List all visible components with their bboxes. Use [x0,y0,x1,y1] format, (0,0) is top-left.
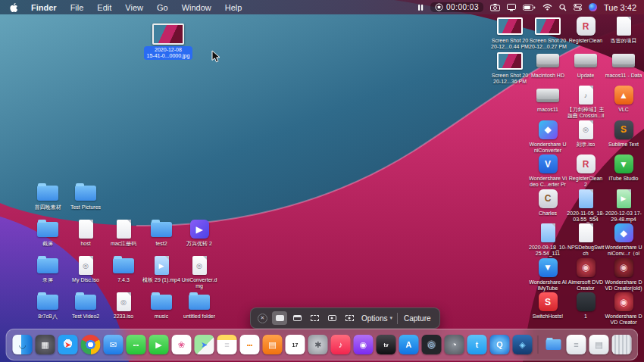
dock-app-twitter[interactable]: t [467,335,487,354]
close-toolbar-button[interactable]: ✕ [258,314,267,323]
desktop-item-wondershare-dvd-creator-old[interactable]: ◉Wondershare DVD Creator(old) [605,257,642,292]
desktop-item-wondershare-uniconverter[interactable]: ◆Wondershare UniConverter [529,120,567,154]
desktop-item-screen-shot-2020-12-0-27-pm[interactable]: Screen Shot 2020-12...0.27 PM [529,16,567,50]
stop-record-icon[interactable] [435,3,443,11]
siri-icon[interactable] [589,3,597,11]
pause-recording-icon[interactable] [417,4,424,11]
dock-app-launchpad[interactable]: ▦ [36,335,55,354]
capture-selected-portion-button[interactable] [307,311,322,325]
desktop-item-wondershare-video-c-erter-pro[interactable]: VWondershare Video C...erter Pro [529,154,567,188]
battery-icon[interactable] [523,5,536,11]
control-center-icon[interactable] [574,4,582,11]
desktop-item-macos11[interactable]: macos11 [529,85,567,113]
record-entire-screen-button[interactable] [324,311,339,325]
desktop-item-test-video2[interactable]: Test Video2 [67,292,105,320]
camera-icon[interactable] [490,4,500,11]
desktop-item-my-disc-iso[interactable]: ◎My Disc.iso [67,255,105,283]
dock-app-notes[interactable]: ≡ [217,335,237,354]
screenshot-thumbnail[interactable] [152,23,184,45]
desktop-item-iso[interactable]: ◎刻录.iso [567,120,605,148]
desktop-item-registerclean[interactable]: RRegisterClean [567,16,605,44]
desktop-item-test2[interactable]: test2 [142,219,180,247]
dock-app-gray-utility-app[interactable]: ◔ [445,335,464,354]
desktop-item-host[interactable]: host [67,219,105,247]
dock-app-messages[interactable]: ••• [127,335,146,354]
desktop-item-wondershare-dvd-creator[interactable]: ◉Wondershare DVD Creator [605,292,642,326]
desktop-item-music[interactable]: music [142,292,180,320]
desktop-item-2233-iso[interactable]: ◎2233.iso [105,292,142,320]
apple-menu[interactable] [8,2,24,13]
menu-go[interactable]: Go [150,3,175,12]
desktop-item-29-1-mp4[interactable]: ▶模板 29 (1).mp4 [142,255,180,283]
desktop-item-7-4-3[interactable]: 7.4.3 [105,255,142,283]
menu-finder[interactable]: Finder [24,3,64,12]
desktop-item-aimersoft-dvd-creator[interactable]: ◉Aimersoft DVD Creator [567,257,605,292]
desktop-item-switchhosts[interactable]: SSwitchHosts! [529,292,567,320]
desktop-item-npsdebugswitch[interactable]: NPSDebugSwitch [567,223,605,257]
dock-app-safari[interactable]: ➤ [58,335,78,354]
desktop-item-uniconverter-dmg[interactable]: ◎UniConverter.dmg [180,255,218,289]
desktop-item-2020-09-18-10-25-54-111[interactable]: 2020-09-18_10-25-54_111 [529,223,567,257]
dock-app-chrome[interactable] [81,335,101,354]
menu-edit[interactable]: Edit [90,3,118,12]
dock-app-reminders[interactable]: ••• [240,335,260,354]
desktop-item-wondershare-uniconv-r-old[interactable]: ◆Wondershare UniConv...r（old） [605,223,642,257]
desktop-item-2[interactable]: ▶万兴优转 2 [180,219,218,247]
menu-window[interactable]: Window [175,3,218,12]
display-icon[interactable] [507,4,516,11]
dock-app-photos[interactable]: ❀ [172,335,192,354]
desktop-item-2020-12-03-17-29-48-mp4[interactable]: ▶2020-12-03 17-29-48.mp4 [605,189,642,223]
desktop-item-1[interactable]: 1 [567,292,605,320]
dock-app-calendar[interactable]: 17 [286,335,305,354]
desktop-item-registerclean-2[interactable]: RRegisterClean 2 [567,154,605,188]
menu-help[interactable]: Help [218,3,249,12]
desktop-item-macintosh-hd[interactable]: Macintosh HD [529,51,567,79]
desktop-item-crossin-ilbili-wav[interactable]: ♪【刀剑神域】主题曲 Crossin...ilbili.wav [567,85,605,119]
dock-app-music[interactable]: ♪ [331,335,351,354]
selected-screenshot-file[interactable]: 2020-12-08 15-41-0...0000.jpg [141,23,195,60]
recording-indicator[interactable]: 00:00:03 [430,2,483,12]
record-selected-portion-button[interactable] [342,311,357,325]
dock-app-books[interactable]: ▤ [263,335,283,354]
menu-file[interactable]: File [64,3,91,12]
capture-button[interactable]: Capture [402,313,433,324]
dock-files-stack[interactable]: ▤ [589,335,609,354]
desktop-item-test-pictures[interactable]: Test Pictures [67,183,105,211]
desktop-item-item-7[interactable]: 录屏 [29,255,67,283]
desktop-item-screen-shot-2020-12-0-44-pm[interactable]: Screen Shot 2020-12...0.44 PM [491,16,529,50]
dock-app-finder[interactable]: ◡ [13,335,33,354]
options-button[interactable]: Options ▾ [361,314,392,323]
desktop-item-item-2[interactable]: 截屏 [29,219,67,247]
desktop-item-screen-shot-2020-12-36-pm[interactable]: Screen Shot 2020-12...36 PM [491,51,529,85]
menu-view[interactable]: View [118,3,150,12]
dock-app-app-store[interactable]: A [399,335,419,354]
desktop-item-charles[interactable]: CCharles [529,189,567,217]
desktop-item-untitled-folder[interactable]: untitled folder [180,292,218,320]
dock-app-system-preferences[interactable]: ✱ [308,335,328,354]
desktop-item-8r7cb[interactable]: 8r7cB八 [29,292,67,320]
capture-selected-window-button[interactable] [289,311,305,325]
spotlight-search-icon[interactable] [559,4,567,11]
desktop-item-mac[interactable]: mac注册码 [105,219,142,247]
dock-app-tv[interactable]: tv [377,335,396,354]
desktop-item-wondershare-allmytube[interactable]: ▼Wondershare AllMyTube [529,257,567,292]
dock-app-maps[interactable]: ➤ [195,335,214,354]
menu-bar-clock[interactable]: Tue 3:42 [604,3,636,12]
dock-app-photo-booth[interactable]: ◎ [422,335,442,354]
dock-documents-stack[interactable]: ≡ [567,335,586,354]
capture-entire-screen-button[interactable] [272,311,287,325]
dock-app-facetime[interactable]: ▶ [149,335,169,354]
desktop-item-2020-11-05-18-03-55-554[interactable]: 2020-11-05_18-03-55_554 [567,189,605,223]
desktop-item-itube-studio[interactable]: ▼iTube Studio [605,154,642,182]
desktop-item-item-0[interactable]: 普四晚素材 [29,183,67,211]
desktop-item-item-3[interactable]: 迅雷的项目 [605,16,642,44]
dock-app-quicktime[interactable]: Q [490,335,510,354]
desktop-item-macos11-data[interactable]: macos11 - Data [605,51,642,79]
desktop-item-update[interactable]: Update [567,51,605,79]
desktop-item-vlc[interactable]: ▲VLC [605,85,642,113]
dock-app-podcasts[interactable]: ◉ [354,335,374,354]
dock-trash[interactable] [612,335,632,354]
dock-app-mail[interactable]: ✉ [104,335,123,354]
desktop-item-sublime-text[interactable]: SSublime Text [605,120,642,148]
wifi-icon[interactable] [542,4,552,11]
